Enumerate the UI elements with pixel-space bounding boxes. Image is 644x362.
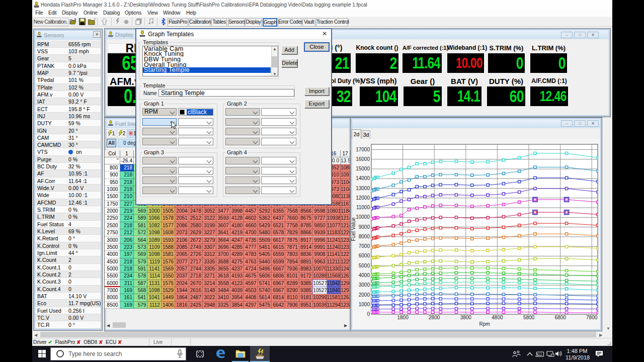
svg-text:*: * [94, 18, 96, 21]
svg-text:8000: 8000 [359, 234, 370, 239]
svg-text:3800: 3800 [460, 315, 472, 320]
svg-text:2800: 2800 [429, 315, 440, 320]
svg-text:1000: 1000 [359, 302, 370, 307]
svg-text:5800: 5800 [523, 315, 535, 320]
svg-text:1800: 1800 [397, 315, 409, 320]
svg-text:15000: 15000 [356, 166, 370, 171]
svg-text:3000: 3000 [359, 282, 370, 288]
svg-text:5000: 5000 [359, 263, 370, 268]
svg-text:7000: 7000 [359, 243, 370, 249]
svg-text:9000: 9000 [359, 224, 370, 230]
svg-text:0: 0 [367, 311, 370, 317]
svg-text:Fuel Value: Fuel Value [351, 217, 356, 241]
svg-text:6000: 6000 [359, 253, 370, 258]
svg-text:11000: 11000 [356, 205, 370, 210]
svg-text:16000: 16000 [356, 156, 370, 162]
svg-text:4800: 4800 [492, 315, 503, 320]
svg-text:14000: 14000 [356, 175, 370, 181]
svg-text:12000: 12000 [356, 195, 370, 201]
svg-text:7800: 7800 [586, 315, 598, 320]
svg-text:17000: 17000 [356, 147, 370, 152]
svg-text:6800: 6800 [554, 315, 566, 320]
svg-text:10000: 10000 [356, 214, 370, 220]
svg-text:4000: 4000 [359, 273, 370, 278]
svg-text:Rpm: Rpm [479, 321, 490, 327]
svg-text:13000: 13000 [356, 186, 370, 191]
svg-text:2000: 2000 [359, 292, 370, 298]
